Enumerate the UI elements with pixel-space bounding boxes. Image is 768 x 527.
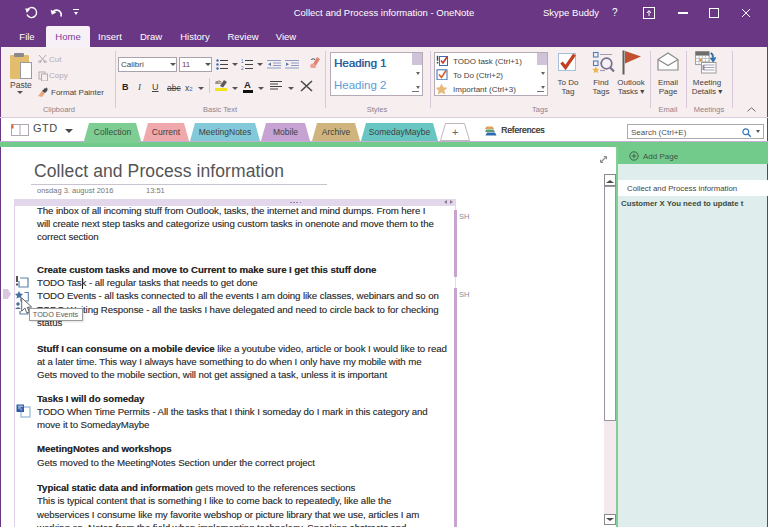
svg-text:+: +	[452, 126, 458, 138]
svg-text:2: 2	[241, 66, 244, 71]
svg-text:ab: ab	[215, 79, 222, 85]
svg-text:1: 1	[241, 59, 244, 64]
